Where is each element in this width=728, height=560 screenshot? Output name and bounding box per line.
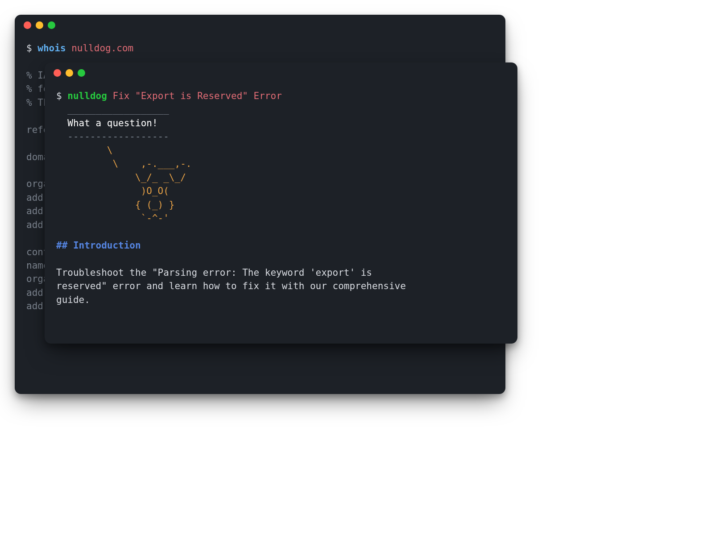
terminal-content-front: $ nulldog Fix "Export is Reserved" Error… xyxy=(45,83,517,313)
command-name: nulldog xyxy=(67,91,107,101)
titlebar-front xyxy=(45,62,517,83)
speech-text: What a question! xyxy=(56,118,158,129)
minimize-icon[interactable] xyxy=(36,21,43,29)
speech-border-bottom: ------------------ xyxy=(56,131,169,142)
command-arg: nulldog.com xyxy=(71,43,133,54)
maximize-icon[interactable] xyxy=(78,69,85,77)
close-icon[interactable] xyxy=(54,69,61,77)
section-heading: ## Introduction xyxy=(56,240,141,251)
command-name: whois xyxy=(37,43,66,54)
close-icon[interactable] xyxy=(24,21,31,29)
terminal-window-front: $ nulldog Fix "Export is Reserved" Error… xyxy=(45,62,517,344)
prompt-symbol: $ xyxy=(56,91,62,101)
minimize-icon[interactable] xyxy=(66,69,73,77)
prompt-symbol: $ xyxy=(26,43,32,54)
body-text: Troubleshoot the "Parsing error: The key… xyxy=(56,267,406,305)
titlebar-back xyxy=(15,15,505,35)
speech-border-top: __________________ xyxy=(56,104,169,115)
command-arg: Fix "Export is Reserved" Error xyxy=(112,91,281,101)
dog-ascii-art-icon: \ \ ,-.___,-. \_/_ _\_/ )O_O( { (_) } `-… xyxy=(56,145,191,224)
maximize-icon[interactable] xyxy=(48,21,55,29)
